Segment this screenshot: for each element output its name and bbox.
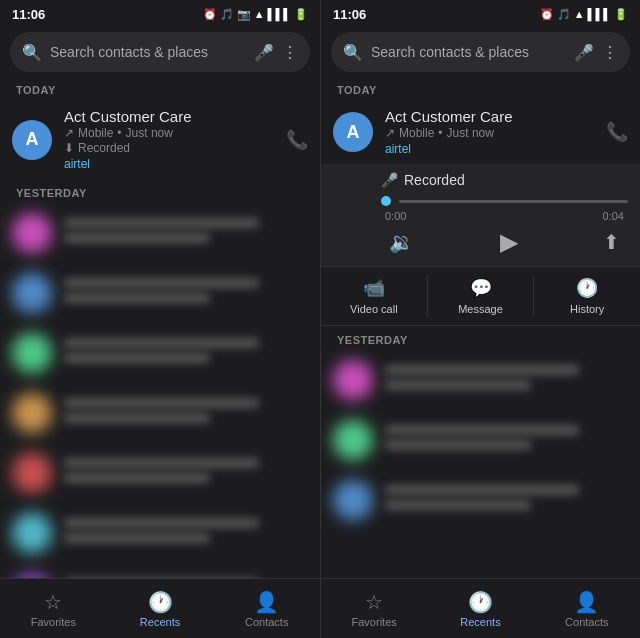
right-more-icon[interactable]: ⋮: [602, 43, 618, 62]
right-carrier-label: airtel: [385, 142, 606, 156]
right-status-bar: 11:06 ⏰ 🎵 ▲ ▌▌▌ 🔋: [321, 0, 640, 28]
right-search-bar[interactable]: 🔍 Search contacts & places 🎤 ⋮: [331, 32, 630, 72]
right-today-label: TODAY: [321, 76, 640, 100]
right-call-type: Mobile: [399, 126, 434, 140]
right-blurred-item-3: [321, 470, 640, 530]
progress-dot: [381, 196, 391, 206]
recording-expanded: 🎤 Recorded 0:00 0:04 🔉 ▶ ⬆: [321, 164, 640, 266]
left-scroll-area: TODAY A Act Customer Care ↗ Mobile • Jus…: [0, 76, 320, 638]
blurred-text-5: [64, 458, 308, 488]
right-nav-recents[interactable]: 🕐 Recents: [427, 579, 533, 638]
blurred-text-4: [64, 398, 308, 428]
right-blurred-text-2: [385, 425, 628, 455]
blurred-text-6: [64, 518, 308, 548]
signal-icon: ▌▌▌: [268, 8, 291, 20]
share-icon[interactable]: ⬆: [603, 230, 620, 254]
rec-title: Recorded: [404, 172, 465, 188]
action-row: 📹 Video call 💬 Message 🕐 History: [321, 266, 640, 326]
right-nav-favorites[interactable]: ☆ Favorites: [321, 579, 427, 638]
blurred-avatar-4: [12, 393, 52, 433]
right-signal-icon: ▌▌▌: [588, 8, 611, 20]
progress-bar-wrap[interactable]: [381, 196, 628, 206]
left-contact-name: Act Customer Care: [64, 108, 286, 125]
time-start: 0:00: [385, 210, 406, 222]
right-call-button[interactable]: 📞: [606, 121, 628, 143]
left-blurred-item-1: [0, 203, 320, 263]
right-recents-label: Recents: [460, 616, 500, 628]
right-contacts-icon: 👤: [574, 590, 599, 614]
left-call-button[interactable]: 📞: [286, 129, 308, 151]
right-call-time: Just now: [447, 126, 494, 140]
right-favorites-label: Favorites: [352, 616, 397, 628]
left-nav-favorites[interactable]: ☆ Favorites: [0, 579, 107, 638]
left-recents-label: Recents: [140, 616, 180, 628]
left-blurred-item-3: [0, 323, 320, 383]
blurred-text-3: [64, 338, 308, 368]
right-search-icon: 🔍: [343, 43, 363, 62]
right-search-placeholder: Search contacts & places: [371, 44, 574, 60]
right-nav-contacts[interactable]: 👤 Contacts: [534, 579, 640, 638]
message-label: Message: [458, 303, 503, 315]
left-contacts-label: Contacts: [245, 616, 288, 628]
right-blurred-avatar-3: [333, 480, 373, 520]
right-alarm-icon: ⏰: [540, 8, 554, 21]
left-blurred-item-4: [0, 383, 320, 443]
right-blurred-avatar-2: [333, 420, 373, 460]
right-phone-panel: 11:06 ⏰ 🎵 ▲ ▌▌▌ 🔋 🔍 Search contacts & pl…: [320, 0, 640, 638]
video-call-button[interactable]: 📹 Video call: [321, 267, 427, 325]
message-icon: 💬: [470, 277, 492, 299]
left-nav-recents[interactable]: 🕐 Recents: [107, 579, 214, 638]
right-yesterday-label: YESTERDAY: [321, 326, 640, 350]
right-recents-icon: 🕐: [468, 590, 493, 614]
right-status-icons: ⏰ 🎵 ▲ ▌▌▌ 🔋: [540, 8, 628, 21]
right-favorites-icon: ☆: [365, 590, 383, 614]
left-contact-avatar: A: [12, 120, 52, 160]
right-contacts-label: Contacts: [565, 616, 608, 628]
left-search-bar[interactable]: 🔍 Search contacts & places 🎤 ⋮: [10, 32, 310, 72]
right-media-icon: 🎵: [557, 8, 571, 21]
left-today-label: TODAY: [0, 76, 320, 100]
blurred-avatar-3: [12, 333, 52, 373]
left-recorded-label: ⬇ Recorded: [64, 141, 286, 155]
right-blurred-item-1: [321, 350, 640, 410]
message-button[interactable]: 💬 Message: [428, 267, 534, 325]
right-search-actions: 🎤 ⋮: [574, 43, 618, 62]
left-status-time: 11:06: [12, 7, 45, 22]
right-contact-meta: ↗ Mobile • Just now: [385, 126, 606, 140]
left-nav-contacts[interactable]: 👤 Contacts: [213, 579, 320, 638]
left-call-direction: ↗: [64, 126, 74, 140]
left-contacts-icon: 👤: [254, 590, 279, 614]
left-search-actions: 🎤 ⋮: [254, 43, 298, 62]
left-more-icon[interactable]: ⋮: [282, 43, 298, 62]
left-bottom-nav: ☆ Favorites 🕐 Recents 👤 Contacts: [0, 578, 320, 638]
right-bottom-nav: ☆ Favorites 🕐 Recents 👤 Contacts: [321, 578, 640, 638]
left-recents-icon: 🕐: [148, 590, 173, 614]
blurred-avatar-5: [12, 453, 52, 493]
video-call-label: Video call: [350, 303, 398, 315]
wifi-icon: ▲: [254, 8, 265, 20]
right-blurred-item-2: [321, 410, 640, 470]
left-search-placeholder: Search contacts & places: [50, 44, 254, 60]
left-yesterday-label: YESTERDAY: [0, 179, 320, 203]
alarm-icon: ⏰: [203, 8, 217, 21]
right-contact-name: Act Customer Care: [385, 108, 606, 125]
right-blurred-text-3: [385, 485, 628, 515]
left-blurred-item-5: [0, 443, 320, 503]
right-contact-info: Act Customer Care ↗ Mobile • Just now ai…: [385, 108, 606, 156]
play-icon[interactable]: ▶: [500, 228, 518, 256]
volume-icon[interactable]: 🔉: [389, 230, 414, 254]
mic-icon: 🎤: [381, 172, 398, 188]
right-contact-row[interactable]: A Act Customer Care ↗ Mobile • Just now …: [321, 100, 640, 164]
right-wifi-icon: ▲: [574, 8, 585, 20]
left-carrier-label: airtel: [64, 157, 286, 171]
right-contact-avatar: A: [333, 112, 373, 152]
left-favorites-icon: ☆: [44, 590, 62, 614]
rec-header: 🎤 Recorded: [381, 172, 628, 188]
history-button[interactable]: 🕐 History: [534, 267, 640, 325]
left-mic-icon[interactable]: 🎤: [254, 43, 274, 62]
progress-track[interactable]: [399, 200, 628, 203]
blurred-avatar-6: [12, 513, 52, 553]
left-contact-row[interactable]: A Act Customer Care ↗ Mobile • Just now …: [0, 100, 320, 179]
right-mic-icon[interactable]: 🎤: [574, 43, 594, 62]
screenshot-icon: 📷: [237, 8, 251, 21]
